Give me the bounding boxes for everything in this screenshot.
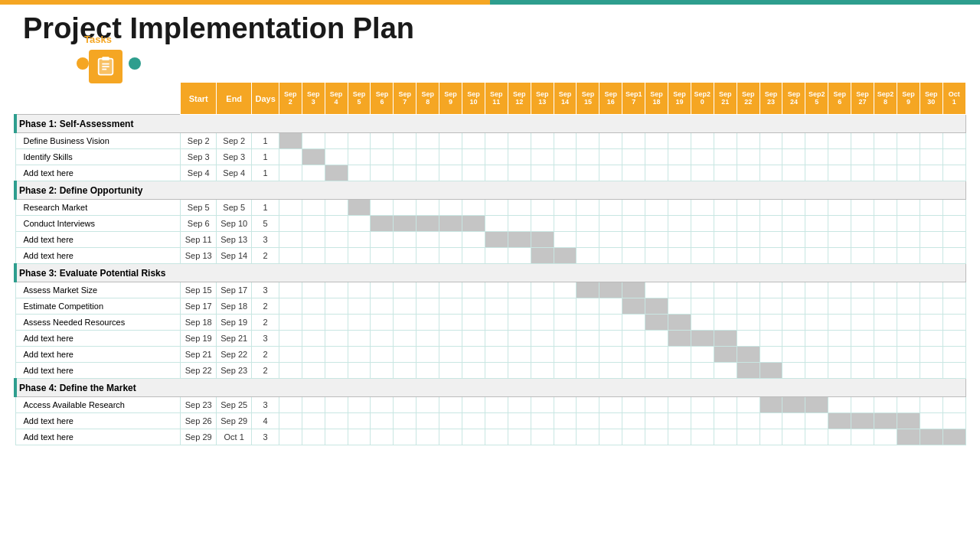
gantt-cell [371, 133, 394, 149]
gantt-cell [645, 331, 668, 347]
date-header-6: Sep 8 [416, 83, 439, 115]
task-start: Sep 21 [181, 347, 217, 363]
gantt-cell [554, 248, 577, 264]
date-header-18: Sep2 0 [691, 83, 714, 115]
gantt-cell [439, 298, 462, 315]
gantt-cell [485, 232, 508, 248]
gantt-cell [851, 216, 874, 232]
gantt-cell [394, 298, 416, 315]
gantt-cell [691, 248, 714, 264]
gantt-cell [668, 149, 691, 165]
gantt-cell [828, 248, 851, 264]
gantt-cell [416, 216, 439, 232]
gantt-cell [439, 331, 462, 347]
gantt-cell [279, 363, 302, 379]
task-days: 5 [252, 216, 279, 232]
gantt-cell [920, 363, 942, 379]
gantt-cell [851, 200, 874, 216]
gantt-cell [760, 298, 782, 315]
date-header-16: Sep 18 [645, 83, 668, 115]
gantt-cell [874, 413, 897, 429]
task-name: Estimate Competition [15, 298, 181, 315]
gantt-cell [805, 282, 828, 298]
gantt-cell [577, 413, 599, 429]
gantt-cell [782, 347, 805, 363]
gantt-cell [897, 200, 920, 216]
table-row: Add text hereSep 19Sep 213 [15, 331, 966, 347]
gantt-cell [462, 363, 485, 379]
gantt-cell [371, 429, 394, 445]
gantt-cell [302, 149, 325, 165]
gantt-cell [462, 429, 485, 445]
gantt-cell [691, 282, 714, 298]
gantt-cell [394, 413, 416, 429]
gantt-cell [325, 149, 348, 165]
gantt-cell [371, 413, 394, 429]
gantt-cell [599, 282, 622, 298]
gantt-cell [645, 216, 668, 232]
gantt-cell [599, 216, 622, 232]
gantt-cell [531, 282, 554, 298]
task-end: Sep 18 [216, 298, 252, 315]
gantt-cell [325, 232, 348, 248]
gantt-cell [737, 165, 760, 181]
gantt-cell [920, 282, 942, 298]
gantt-cell [691, 149, 714, 165]
gantt-cell [416, 315, 439, 331]
gantt-cell [462, 397, 485, 413]
gantt-cell [805, 363, 828, 379]
gantt-cell [416, 133, 439, 149]
gantt-cell [508, 298, 531, 315]
date-header-15: Sep1 7 [622, 83, 645, 115]
gantt-cell [325, 331, 348, 347]
gantt-cell [302, 133, 325, 149]
date-header-17: Sep 19 [668, 83, 691, 115]
gantt-cell [531, 248, 554, 264]
gantt-cell [577, 133, 599, 149]
gantt-cell [599, 363, 622, 379]
gantt-cell [279, 165, 302, 181]
gantt-cell [622, 363, 645, 379]
icon-row [0, 50, 980, 82]
gantt-cell [439, 232, 462, 248]
gantt-cell [462, 315, 485, 331]
gantt-cell [577, 397, 599, 413]
gantt-cell [302, 429, 325, 445]
task-days: 4 [252, 413, 279, 429]
table-row: Add text hereSep 4Sep 41 [15, 165, 966, 181]
gantt-cell [554, 315, 577, 331]
gantt-cell [645, 232, 668, 248]
gantt-cell [851, 248, 874, 264]
gantt-cell [531, 331, 554, 347]
gantt-cell [622, 216, 645, 232]
gantt-cell [737, 133, 760, 149]
gantt-cell [439, 200, 462, 216]
gantt-cell [668, 413, 691, 429]
gantt-cell [348, 397, 371, 413]
gantt-cell [645, 282, 668, 298]
task-end: Sep 21 [216, 331, 252, 347]
gantt-cell [942, 298, 965, 315]
gantt-cell [920, 232, 942, 248]
gantt-cell [691, 165, 714, 181]
gantt-cell [668, 397, 691, 413]
gantt-cell [416, 149, 439, 165]
gantt-cell [485, 363, 508, 379]
start-col-header: Start [181, 83, 217, 115]
gantt-cell [485, 347, 508, 363]
gantt-cell [462, 216, 485, 232]
gantt-cell [737, 397, 760, 413]
gantt-cell [920, 216, 942, 232]
gantt-cell [760, 347, 782, 363]
gantt-cell [462, 149, 485, 165]
gantt-cell [577, 232, 599, 248]
gantt-cell [462, 331, 485, 347]
task-end: Sep 25 [216, 397, 252, 413]
date-header-20: Sep 22 [737, 83, 760, 115]
gantt-cell [737, 232, 760, 248]
gantt-cell [508, 397, 531, 413]
gantt-cell [599, 298, 622, 315]
gantt-cell [531, 133, 554, 149]
gantt-cell [325, 315, 348, 331]
gantt-cell [668, 165, 691, 181]
